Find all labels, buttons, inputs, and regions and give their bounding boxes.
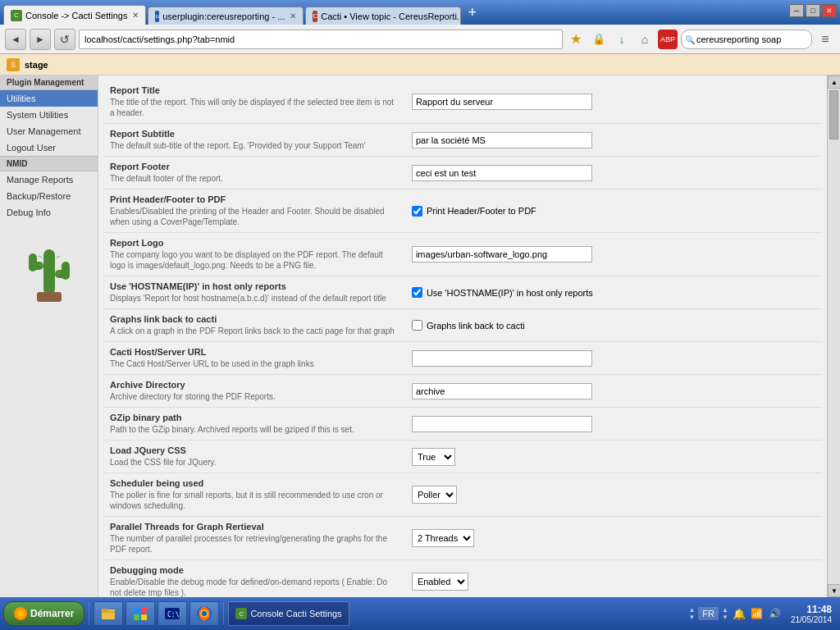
tab3-label: Cacti • View topic - CereusReporti... [321,11,461,21]
svg-text:C:\>: C:\> [167,611,180,619]
report-logo-input[interactable] [412,246,592,262]
window-maximize[interactable]: □ [806,4,820,17]
tray-notify-icon[interactable]: 🔔 [732,606,746,621]
url-input[interactable] [79,30,563,49]
value-cell-scheduler: Poller Cron [405,473,822,517]
window-close[interactable]: ✕ [822,4,837,17]
browser-menu-icon[interactable]: ≡ [815,30,835,49]
tray-sound-icon[interactable]: 🔊 [768,606,783,621]
lang-indicator[interactable]: FR [698,607,719,620]
graphs-link-checkbox-label[interactable]: Graphs link back to cacti [412,320,815,331]
print-header-checkbox[interactable] [412,206,422,217]
tray-arrows-2[interactable]: ▲ ▼ [722,606,728,621]
value-cell-footer [405,157,822,189]
clock-display[interactable]: 11:48 21/05/2014 [786,604,837,624]
settings-row-debugging: Debugging mode Enable/Disable the debug … [103,560,822,598]
label-cell-subtitle: Report Subtitle The default sub-title of… [103,124,405,157]
value-cell-archive-dir [405,375,822,408]
settings-row-print-header: Print Header/Footer to PDF Enables/Disab… [103,189,822,233]
download-icon[interactable]: ↓ [612,30,632,49]
value-cell-debugging: Enabled Disabled [405,560,822,598]
tab-console-cacti[interactable]: C Console -> Cacti Settings ✕ [3,5,146,25]
archive-dir-input[interactable] [412,383,592,399]
sidebar-item-logout-user[interactable]: Logout User [0,139,98,156]
adblock-icon[interactable]: ABP [658,30,678,49]
taskbar-windows-icon[interactable] [126,601,155,626]
settings-row-report-subtitle: Report Subtitle The default sub-title of… [103,124,822,157]
hostname-checkbox-label[interactable]: Use 'HOSTNAME(IP)' in host only reports [412,287,815,298]
field-label-archive-dir: Archive Directory [110,380,399,390]
sidebar-item-backup-restore[interactable]: Backup/Restore [0,188,98,204]
scroll-thumb[interactable] [829,90,838,139]
value-cell-gzip [405,408,822,441]
search-input[interactable] [681,30,812,49]
hostname-checkbox[interactable] [412,287,422,298]
sidebar-item-manage-reports[interactable]: Manage Reports [0,171,98,188]
tray-arrows-up[interactable]: ▲ ▼ [688,606,695,621]
cactus-logo-container [0,221,98,319]
field-label-cacti-url: Cacti Host/Server URL [110,347,399,357]
settings-row-hostname: Use 'HOSTNAME(IP)' in host only reports … [103,276,822,309]
value-cell-cacti-url [405,342,822,375]
sidebar-item-system-utilities[interactable]: System Utilities [0,107,98,123]
cmd-icon: C:\> [164,605,180,622]
tab-cacti-topic[interactable]: C Cacti • View topic - CereusReporti... … [305,7,461,25]
jquery-css-dropdown[interactable]: True False [412,448,455,466]
value-cell-hostname: Use 'HOSTNAME(IP)' in host only reports [405,276,822,309]
svg-rect-0 [43,249,55,294]
scheduler-dropdown[interactable]: Poller Cron [412,486,457,504]
field-desc-parallel-threads: The number of parallel processes for ret… [110,533,399,555]
bookmark-star[interactable]: ★ [566,30,586,49]
print-header-checkbox-label[interactable]: Print Header/Footer to PDF [412,206,815,217]
field-desc-graphs-link: A click on a graph in the PDF Report lin… [110,326,399,336]
report-footer-input[interactable] [412,165,592,181]
reload-button[interactable]: ↺ [54,29,75,50]
tab2-close[interactable]: ✕ [290,11,296,21]
sidebar-item-debug-info[interactable]: Debug Info [0,204,98,221]
back-button[interactable]: ◄ [5,29,26,50]
graphs-link-checkbox[interactable] [412,320,422,331]
home-icon[interactable]: ⌂ [635,30,655,49]
report-subtitle-input[interactable] [412,132,592,148]
field-desc-archive-dir: Archive directory for storing the PDF Re… [110,391,399,402]
scroll-down-button[interactable]: ▼ [828,584,840,597]
stage-label: stage [25,60,48,70]
report-title-input[interactable] [412,94,592,110]
gzip-input[interactable] [412,416,592,432]
svg-point-20 [202,611,207,616]
scroll-up-button[interactable]: ▲ [828,75,840,89]
taskbar-cmd-icon[interactable]: C:\> [158,601,187,626]
tab1-close[interactable]: ✕ [132,11,139,20]
label-cell: Report Title The title of the report. Th… [103,80,405,124]
field-desc-jquery-css: Load the CSS file for JQuery. [110,457,399,468]
sidebar-item-utilities[interactable]: Utilities [0,90,98,107]
start-button[interactable]: Démarrer [3,601,84,626]
taskbar-firefox-icon[interactable] [189,601,219,626]
sidebar-item-plugin-mgmt: Plugin Management [0,75,98,90]
forward-button[interactable]: ► [30,29,51,50]
value-cell-parallel-threads: 1 Thread 2 Threads 4 Threads 8 Threads [405,517,822,560]
parallel-threads-dropdown[interactable]: 1 Thread 2 Threads 4 Threads 8 Threads [412,529,474,547]
window-minimize[interactable]: ─ [789,4,804,17]
field-label-footer: Report Footer [110,162,399,171]
tray-network-icon[interactable]: 📶 [750,606,765,621]
print-header-checkbox-text: Print Header/Footer to PDF [427,206,536,216]
svg-rect-11 [102,609,107,611]
taskbar-active-window[interactable]: C Console Cacti Settings [228,601,349,626]
taskbar-file-manager[interactable] [94,601,123,626]
tab-bar: C Console -> Cacti Settings ✕ u userplug… [3,0,482,25]
content-area: Report Title The title of the report. Th… [98,75,827,597]
field-desc-debugging: Enable/Disable the debug mode for define… [110,577,399,597]
sidebar-item-user-management[interactable]: User Management [0,123,98,139]
value-cell-logo [405,233,822,276]
label-cell-cacti-url: Cacti Host/Server URL The Cacti Host/Ser… [103,342,405,375]
scrollbar: ▲ ▼ [827,75,840,597]
main-layout: Plugin Management Utilities System Utili… [0,75,840,597]
debugging-dropdown[interactable]: Enabled Disabled [412,573,468,591]
tab-userplugin[interactable]: u userplugin:cereusreporting - ... ✕ [148,7,304,25]
svg-rect-15 [141,614,147,620]
tab3-favicon: C [313,11,317,22]
new-tab-button[interactable]: + [463,4,482,21]
cacti-url-input[interactable] [412,350,592,367]
file-manager-icon [100,605,116,622]
